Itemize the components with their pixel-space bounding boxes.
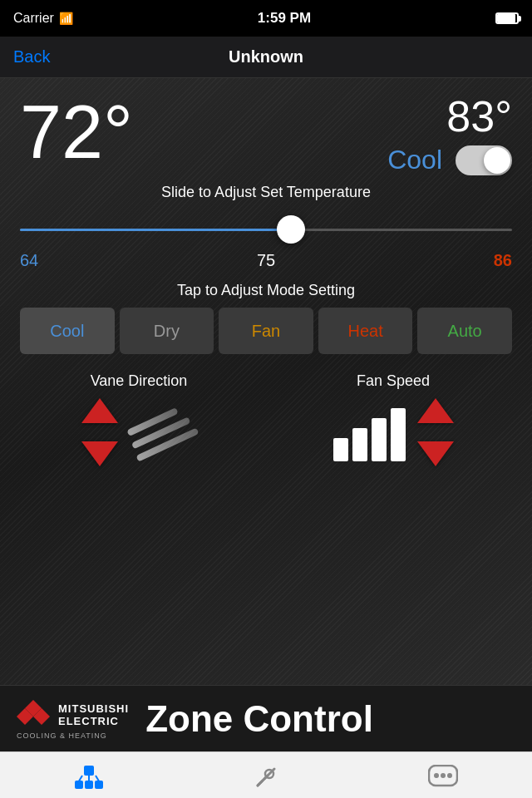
fan-speed-section: Fan Speed (274, 372, 512, 466)
current-temperature: 72° (20, 95, 133, 170)
fan-bar-3 (372, 418, 387, 461)
vane-control-content (81, 398, 196, 466)
fan-up-button[interactable] (417, 398, 454, 423)
brand-text: MITSUBISHI ELECTRIC (58, 702, 129, 727)
brand-subtitle: COOLING & HEATING (17, 732, 107, 740)
settings-svg-icon (253, 764, 279, 791)
battery-icon (495, 12, 519, 24)
toggle-thumb (484, 147, 510, 174)
status-time: 1:59 PM (258, 10, 311, 27)
set-temp-area: 83° Cool (387, 95, 512, 175)
vane-icon (130, 403, 196, 461)
set-temperature: 83° (446, 95, 512, 138)
fan-bar-4 (391, 408, 406, 461)
locations-icon (75, 766, 103, 795)
vane-direction-label: Vane Direction (91, 372, 188, 390)
brand-area: MITSUBISHI ELECTRIC COOLING & HEATING (17, 698, 129, 740)
contact-svg-icon (428, 765, 458, 790)
main-content: 72° 83° Cool Slide to Adjust Set Tempera… (0, 78, 532, 685)
svg-point-15 (441, 773, 446, 778)
slider-mid: 75 (257, 251, 275, 270)
temperature-row: 72° 83° Cool (20, 95, 512, 175)
contact-icon (428, 765, 458, 796)
status-left: Carrier 📶 (13, 11, 73, 26)
mode-fan-button[interactable]: Fan (219, 308, 313, 354)
fan-speed-label: Fan Speed (357, 372, 430, 390)
svg-line-13 (258, 781, 263, 786)
mode-cool-button[interactable]: Cool (20, 308, 115, 354)
slider-max: 86 (494, 251, 512, 270)
fan-bar-1 (333, 438, 348, 461)
page-title: Unknown (229, 47, 303, 66)
back-button[interactable]: Back (13, 47, 50, 66)
temperature-slider[interactable] (20, 213, 512, 246)
slider-thumb[interactable] (277, 215, 305, 244)
fan-control-content (333, 398, 454, 466)
svg-rect-3 (84, 766, 94, 776)
tab-settings[interactable]: Settings (177, 752, 354, 798)
brand-zone: MITSUBISHI ELECTRIC COOLING & HEATING Zo… (0, 685, 532, 751)
nav-bar: Back Unknown (0, 37, 532, 78)
current-mode-label: Cool (387, 145, 442, 175)
mode-section-label: Tap to Adjust Mode Setting (20, 282, 512, 299)
mode-auto-button[interactable]: Auto (417, 308, 512, 354)
mode-dry-button[interactable]: Dry (120, 308, 214, 354)
tab-locations[interactable]: Locations (0, 752, 177, 798)
zone-control-label: Zone Control (145, 698, 373, 740)
vane-stripes (126, 406, 200, 460)
mode-label-row: Cool (387, 145, 512, 175)
slider-section: Slide to Adjust Set Temperature 64 75 86 (20, 184, 512, 270)
status-bar: Carrier 📶 1:59 PM (0, 0, 532, 37)
brand-name: MITSUBISHI (58, 702, 129, 715)
status-right (495, 12, 519, 24)
mode-heat-button[interactable]: Heat (318, 308, 413, 354)
mode-section: Tap to Adjust Mode Setting Cool Dry Fan … (20, 282, 512, 354)
vane-down-button[interactable] (81, 441, 118, 466)
svg-point-16 (434, 773, 439, 778)
tab-contact[interactable]: Contact (355, 752, 532, 798)
wifi-icon: 📶 (59, 12, 73, 25)
slider-track (20, 229, 512, 231)
power-toggle[interactable] (456, 145, 512, 175)
slider-fill (20, 229, 291, 231)
slider-range: 64 75 86 (20, 251, 512, 270)
vane-up-down (81, 398, 118, 466)
svg-point-17 (447, 773, 452, 778)
svg-rect-8 (85, 781, 93, 789)
fan-down-button[interactable] (417, 441, 454, 466)
carrier-label: Carrier (13, 11, 54, 26)
brand-electric: ELECTRIC (58, 715, 129, 727)
svg-rect-7 (75, 781, 83, 789)
vane-direction-section: Vane Direction (20, 372, 258, 466)
settings-icon (253, 764, 279, 796)
vane-up-button[interactable] (81, 398, 118, 423)
svg-rect-9 (95, 781, 103, 789)
locations-svg-icon (75, 766, 103, 789)
slider-label: Slide to Adjust Set Temperature (20, 184, 512, 201)
fan-bar-2 (352, 428, 367, 461)
mitsubishi-logo: MITSUBISHI ELECTRIC (17, 698, 129, 732)
slider-min: 64 (20, 251, 38, 270)
fan-speed-bars (333, 403, 406, 461)
mode-buttons: Cool Dry Fan Heat Auto (20, 308, 512, 354)
bottom-controls: Vane Direction Fan Speed (20, 372, 512, 466)
mitsubishi-diamond-icon (17, 698, 50, 732)
tab-bar: Locations Settings Contact (0, 751, 532, 798)
fan-up-down (417, 398, 454, 466)
